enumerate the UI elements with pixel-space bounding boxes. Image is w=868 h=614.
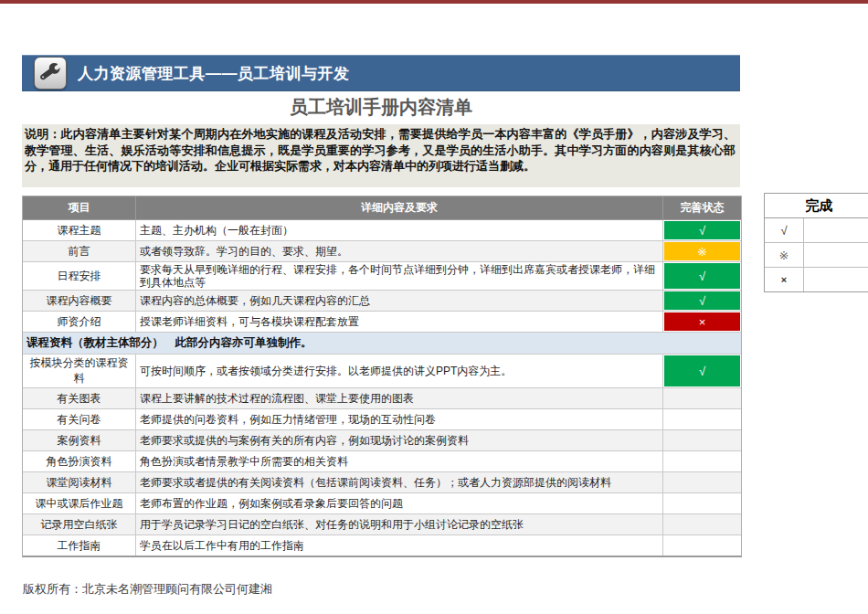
legend-row: √: [765, 218, 868, 243]
item-cell: 案例资料: [23, 430, 136, 450]
table-header-row: 项目 详细内容及要求 完善状态: [23, 196, 741, 220]
status-cell[interactable]: √: [663, 291, 741, 311]
app-title: 人力资源管理工具——员工培训与开发: [78, 63, 350, 84]
table-row: 有关图表课程上要讲解的技术过程的流程图、课堂上要使用的图表: [23, 388, 741, 409]
legend-label-area: [804, 218, 868, 242]
legend-header: 完成: [765, 194, 868, 218]
table-row: 按模块分类的课程资料可按时间顺序，或者按领域分类进行安排。以老师提供的讲义PPT…: [23, 355, 741, 388]
content-checklist-table: 项目 详细内容及要求 完善状态 课程主题主题、主办机构（一般在封面）√前言或者领…: [22, 196, 742, 557]
table-row: 课程主题主题、主办机构（一般在封面）√: [23, 220, 741, 241]
detail-cell: 课程上要讲解的技术过程的流程图、课堂上要使用的图表: [136, 388, 663, 408]
status-cell[interactable]: [663, 409, 741, 429]
detail-cell: 老师要求或提供的与案例有关的所有内容，例如现场讨论的案例资料: [136, 430, 663, 450]
description-note: 说明：此内容清单主要针对某个周期内在外地实施的课程及活动安排，需要提供给学员一本…: [22, 124, 740, 187]
status-cell[interactable]: [663, 493, 741, 513]
detail-cell: 老师布置的作业题，例如案例或看录象后要回答的问题: [136, 493, 663, 513]
legend-row: ×: [765, 268, 868, 291]
status-cell[interactable]: √: [663, 355, 741, 387]
legend-body: √※×: [765, 218, 868, 291]
item-cell: 日程安排: [23, 262, 136, 290]
table-row: 师资介绍授课老师详细资料，可与各模块课程配套放置×: [23, 312, 741, 333]
legend-label-area: [804, 268, 868, 291]
column-header-detail: 详细内容及要求: [136, 196, 663, 219]
status-badge: ※: [664, 242, 740, 260]
detail-cell: 或者领导致辞。学习的目的、要求、期望。: [136, 241, 663, 261]
detail-cell: 课程内容的总体概要，例如几天课程内容的汇总: [136, 291, 663, 311]
table-row: 日程安排要求每天从早到晚详细的行程、课程安排，各个时间节点详细到分钟，详细到出席…: [23, 262, 741, 291]
item-cell: 课中或课后作业题: [23, 493, 136, 513]
table-row: 课程内容概要课程内容的总体概要，例如几天课程内容的汇总√: [23, 291, 741, 312]
detail-cell: 学员在以后工作中有用的工作指南: [136, 535, 663, 556]
page-title: 员工培训手册内容清单: [22, 95, 740, 120]
status-badge: √: [664, 291, 740, 310]
status-cell[interactable]: [663, 430, 741, 450]
legend-symbol: ×: [765, 268, 804, 291]
status-cell[interactable]: [663, 388, 741, 408]
status-legend-table: 完成 √※×: [764, 193, 868, 292]
status-badge: √: [664, 221, 740, 239]
top-accent-line: [0, 0, 868, 4]
status-cell[interactable]: √: [663, 220, 741, 240]
status-badge: √: [664, 355, 740, 386]
status-cell[interactable]: √: [663, 262, 741, 290]
status-cell[interactable]: [663, 514, 741, 535]
legend-row: ※: [765, 243, 868, 268]
status-badge: √: [664, 263, 740, 289]
status-cell[interactable]: ※: [663, 241, 741, 261]
copyright-text: 版权所有：北京未名潮管理顾问有限公司何建湘: [23, 581, 272, 598]
item-cell: 按模块分类的课程资料: [23, 355, 136, 387]
detail-cell: 用于学员记录学习日记的空白纸张、对任务的说明和用于小组讨论记录的空纸张: [136, 514, 663, 535]
table-row: 案例资料老师要求或提供的与案例有关的所有内容，例如现场讨论的案例资料: [23, 430, 741, 451]
detail-cell: 老师提供的问卷资料，例如压力情绪管理，现场的互动性问卷: [136, 409, 663, 429]
column-header-item: 项目: [23, 196, 136, 219]
table-row: 课堂阅读材料老师要求或者提供的有关阅读资料（包括课前阅读资料、任务）；或者人力资…: [23, 472, 741, 493]
item-cell: 课程内容概要: [23, 291, 136, 311]
section-label: 课程资料（教材主体部分） 此部分内容亦可单独制作。: [23, 333, 741, 354]
detail-cell: 要求每天从早到晚详细的行程、课程安排，各个时间节点详细到分钟，详细到出席嘉宾或者…: [136, 262, 663, 290]
item-cell: 课程主题: [23, 220, 136, 240]
legend-label-area: [804, 243, 868, 267]
legend-symbol: ※: [765, 243, 804, 267]
item-cell: 前言: [23, 241, 136, 261]
item-cell: 工作指南: [23, 535, 136, 556]
detail-cell: 老师要求或者提供的有关阅读资料（包括课前阅读资料、任务）；或者人力资源部提供的阅…: [136, 472, 663, 492]
status-cell[interactable]: ×: [663, 312, 741, 332]
table-row: 前言或者领导致辞。学习的目的、要求、期望。※: [23, 241, 741, 262]
detail-cell: 授课老师详细资料，可与各模块课程配套放置: [136, 312, 663, 332]
item-cell: 有关图表: [23, 388, 136, 408]
table-section-row: 课程资料（教材主体部分） 此部分内容亦可单独制作。: [23, 333, 741, 355]
table-row: 课中或课后作业题老师布置的作业题，例如案例或看录象后要回答的问题: [23, 493, 741, 514]
item-cell: 角色扮演资料: [23, 451, 136, 471]
status-cell[interactable]: [663, 472, 741, 492]
content-table-body: 课程主题主题、主办机构（一般在封面）√前言或者领导致辞。学习的目的、要求、期望。…: [23, 220, 741, 556]
item-cell: 师资介绍: [23, 312, 136, 332]
item-cell: 课堂阅读材料: [23, 472, 136, 492]
detail-cell: 角色扮演或者情景教学中所需要的相关资料: [136, 451, 663, 471]
detail-cell: 可按时间顺序，或者按领域分类进行安排。以老师提供的讲义PPT内容为主。: [136, 355, 663, 387]
status-badge: ×: [664, 312, 740, 331]
wrench-icon: [34, 57, 67, 90]
column-header-status: 完善状态: [663, 196, 741, 219]
status-cell[interactable]: [663, 535, 741, 556]
detail-cell: 主题、主办机构（一般在封面）: [136, 220, 663, 240]
item-cell: 记录用空白纸张: [23, 514, 136, 535]
table-row: 有关问卷老师提供的问卷资料，例如压力情绪管理，现场的互动性问卷: [23, 409, 741, 430]
item-cell: 有关问卷: [23, 409, 136, 429]
table-row: 记录用空白纸张用于学员记录学习日记的空白纸张、对任务的说明和用于小组讨论记录的空…: [23, 514, 741, 535]
app-header-bar: 人力资源管理工具——员工培训与开发: [22, 55, 740, 91]
table-row: 角色扮演资料角色扮演或者情景教学中所需要的相关资料: [23, 451, 741, 472]
status-cell[interactable]: [663, 451, 741, 471]
legend-symbol: √: [765, 218, 804, 242]
table-row: 工作指南学员在以后工作中有用的工作指南: [23, 535, 741, 556]
